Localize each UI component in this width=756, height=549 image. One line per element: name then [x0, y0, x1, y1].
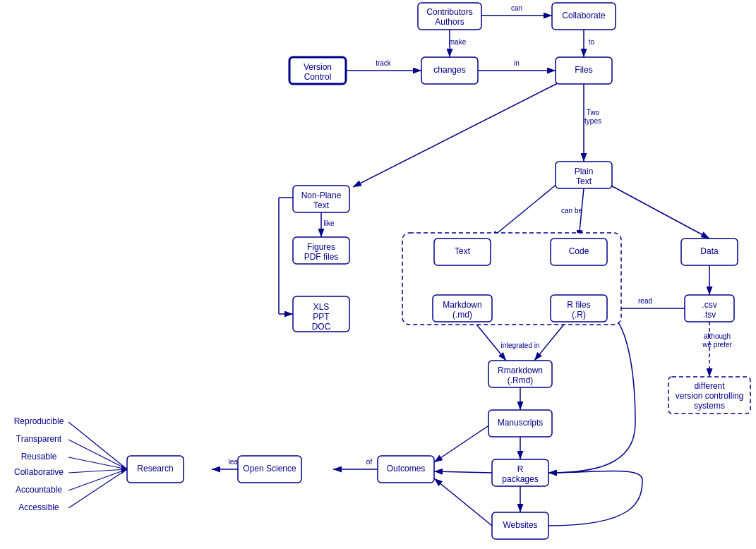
svg-line-52 [68, 469, 127, 508]
svg-line-40 [434, 423, 492, 462]
markdown-label: Markdown [443, 300, 481, 310]
rmarkdown-label2: (.Rmd) [508, 375, 534, 385]
svg-text:we prefer: we prefer [702, 341, 732, 349]
collaborative-label: Collaborative [14, 467, 64, 477]
svg-line-49 [68, 457, 127, 469]
svg-line-19 [607, 183, 709, 239]
contributors-label2: Authors [435, 17, 464, 27]
svg-line-41 [434, 471, 492, 473]
svg-text:Two: Two [587, 109, 600, 116]
plain-text-label: Plain [575, 167, 594, 176]
research-label: Research [137, 464, 173, 473]
svg-text:types: types [584, 117, 601, 125]
r-files-label: R files [567, 300, 590, 310]
accessible-label: Accessible [18, 502, 59, 512]
svg-marker-53 [121, 464, 127, 474]
diff-vc-label2: version controlling [676, 391, 744, 401]
svg-text:track: track [376, 59, 392, 67]
tsv-label: .tsv [703, 310, 716, 320]
changes-label: changes [433, 65, 465, 75]
svg-text:integrated in: integrated in [500, 342, 539, 349]
svg-text:like: like [323, 219, 334, 227]
non-plane-label: Non-Plane [301, 191, 342, 200]
contributors-label: Contributors [426, 7, 472, 17]
r-packages-label: R [517, 464, 524, 474]
rmarkdown-label: Rmarkdown [498, 366, 543, 375]
svg-line-47 [68, 422, 127, 469]
markdown-label2: (.md) [452, 310, 472, 320]
svg-text:can be: can be [561, 207, 582, 215]
svg-line-48 [68, 440, 127, 469]
outcomes-label: Outcomes [387, 464, 426, 473]
r-packages-label2: packages [502, 474, 538, 484]
svg-text:can: can [511, 4, 522, 12]
non-plane-label2: Text [313, 200, 330, 210]
transparent-label: Transparent [16, 434, 62, 444]
reproducible-label: Reproducible [14, 416, 64, 426]
svg-line-42 [434, 478, 492, 526]
diff-vc-label3: systems [694, 401, 725, 411]
svg-text:read: read [638, 297, 652, 305]
websites-label: Websites [503, 520, 537, 530]
doc-label: DOC [312, 322, 331, 332]
svg-text:although: although [704, 332, 731, 340]
svg-text:of: of [366, 458, 373, 466]
files-label: Files [575, 65, 592, 75]
version-control-label: Version [304, 62, 332, 72]
text-node-label: Text [455, 246, 471, 256]
xls-label: XLS [313, 302, 330, 312]
diff-vc-label: different [694, 381, 725, 391]
svg-text:make: make [449, 38, 467, 46]
accountable-label: Accountable [16, 485, 62, 495]
svg-line-16 [491, 183, 558, 239]
data-node-label: Data [700, 246, 719, 256]
ppt-label: PPT [313, 312, 330, 322]
collaborate-label: Collaborate [562, 11, 606, 20]
csv-label: .csv [702, 300, 716, 310]
svg-text:to: to [589, 38, 595, 46]
manuscripts-label: Manuscripts [498, 418, 544, 428]
svg-line-15 [353, 83, 558, 187]
plain-text-label2: Text [576, 176, 592, 186]
code-node-label: Code [569, 246, 589, 256]
version-control-label2: Control [304, 72, 332, 82]
r-files-label2: (.R) [572, 310, 586, 320]
figures-pdf-label: Figures [307, 242, 335, 252]
open-science-label: Open Science [243, 464, 296, 473]
svg-text:in: in [514, 59, 520, 67]
reusable-label: Reusable [21, 452, 57, 461]
figures-pdf-label2: PDF files [304, 252, 339, 262]
